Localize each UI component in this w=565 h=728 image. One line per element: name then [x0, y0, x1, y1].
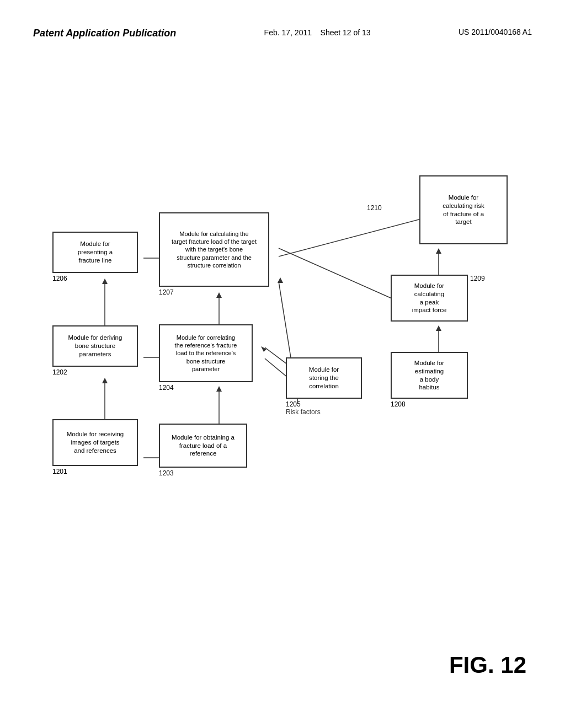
label-1209: 1209 — [470, 275, 485, 282]
risk-factors-label: Risk factors — [286, 408, 321, 416]
label-1210: 1210 — [367, 204, 382, 212]
box-1203: Module for obtaining afracture load of a… — [159, 424, 247, 468]
figure-label: FIG. 12 — [449, 652, 526, 678]
publication-date-sheet: Feb. 17, 2011 Sheet 12 of 13 — [264, 28, 371, 39]
label-1208: 1208 — [391, 400, 406, 408]
box-1204: Module for correlatingthe reference's fr… — [159, 324, 253, 382]
box-1208: Module forestimatinga bodyhabitus — [391, 352, 468, 399]
diagram-area: Module for receivingimages of targetsand… — [33, 94, 532, 695]
publication-title: Patent Application Publication — [33, 28, 176, 39]
label-1203: 1203 — [159, 469, 174, 477]
svg-marker-21 — [436, 325, 441, 331]
box-1201: Module for receivingimages of targetsand… — [52, 419, 138, 466]
box-1202: Module for derivingbone structureparamet… — [52, 325, 138, 367]
svg-marker-1 — [102, 378, 108, 383]
box-1209: Module forcalculatinga peakimpact force — [391, 275, 468, 322]
svg-marker-9 — [216, 292, 222, 298]
svg-marker-3 — [102, 279, 108, 284]
svg-marker-7 — [216, 386, 222, 392]
label-1206: 1206 — [52, 275, 67, 282]
svg-marker-25 — [278, 277, 283, 283]
svg-line-18 — [279, 215, 436, 256]
label-1202: 1202 — [52, 368, 67, 376]
box-1207: Module for calculating thetarget fractur… — [159, 212, 269, 287]
patent-page: Patent Application Publication Feb. 17, … — [0, 0, 565, 728]
label-1204: 1204 — [159, 384, 174, 392]
svg-marker-23 — [436, 248, 441, 254]
box-1205: Module forstoring thecorrelation — [286, 357, 362, 399]
label-1201: 1201 — [52, 468, 67, 475]
svg-line-26 — [279, 248, 403, 303]
page-header: Patent Application Publication Feb. 17, … — [0, 28, 565, 39]
box-1210: Module forcalculating riskof fracture of… — [419, 175, 508, 244]
label-1207: 1207 — [159, 288, 174, 296]
svg-marker-15 — [261, 346, 266, 352]
label-1205: 1205 — [286, 400, 301, 408]
box-1206: Module forpresenting afracture line — [52, 232, 138, 273]
publication-number: US 2011/0040168 A1 — [459, 28, 532, 36]
